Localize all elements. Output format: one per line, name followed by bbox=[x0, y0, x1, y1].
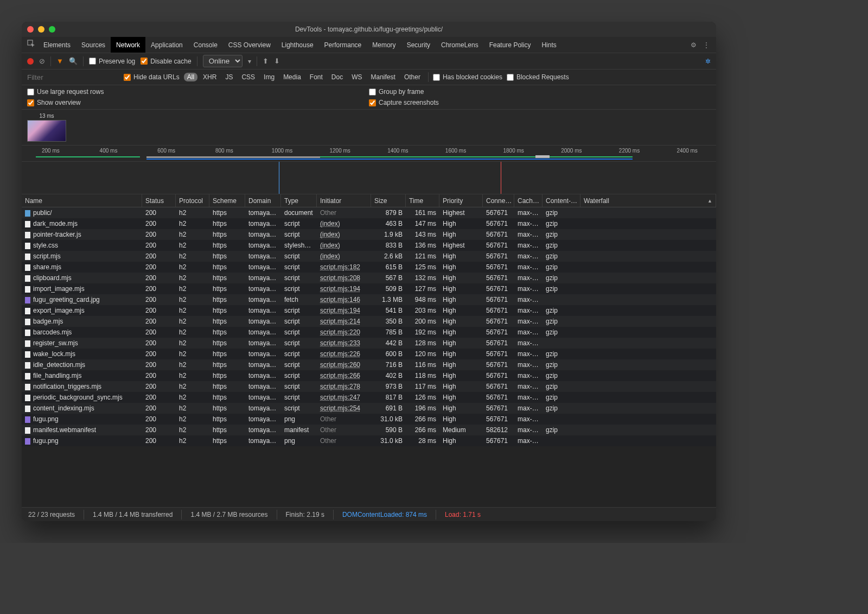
filter-type-xhr[interactable]: XHR bbox=[200, 73, 220, 81]
col-priority[interactable]: Priority bbox=[439, 194, 483, 207]
col-cache[interactable]: Cach… bbox=[514, 194, 542, 207]
disable-cache-checkbox[interactable]: Disable cache bbox=[141, 58, 191, 65]
settings-gear-icon[interactable]: ⚙ bbox=[687, 41, 700, 49]
download-har-icon[interactable]: ⬇ bbox=[274, 57, 280, 65]
tab-chromelens[interactable]: ChromeLens bbox=[436, 37, 484, 53]
file-type-icon bbox=[25, 427, 30, 434]
clear-button[interactable]: ⊘ bbox=[39, 57, 45, 65]
filter-type-all[interactable]: All bbox=[184, 73, 197, 81]
filter-type-js[interactable]: JS bbox=[222, 73, 236, 81]
table-row[interactable]: fugu_greeting_card.jpg200h2httpstomayac…… bbox=[22, 294, 716, 305]
filter-type-manifest[interactable]: Manifest bbox=[368, 73, 399, 81]
inspect-element-icon[interactable] bbox=[25, 40, 38, 50]
tab-css-overview[interactable]: CSS Overview bbox=[223, 37, 276, 53]
table-row[interactable]: public/200h2httpstomayac…documentOther87… bbox=[22, 207, 716, 218]
tab-lighthouse[interactable]: Lighthouse bbox=[276, 37, 319, 53]
filter-type-font[interactable]: Font bbox=[307, 73, 326, 81]
blocked-requests-checkbox[interactable]: Blocked Requests bbox=[507, 73, 569, 81]
status-bar: 22 / 23 requests 1.4 MB / 1.4 MB transfe… bbox=[22, 507, 716, 521]
file-type-icon bbox=[25, 243, 30, 249]
table-row[interactable]: clipboard.mjs200h2httpstomayac…scriptscr… bbox=[22, 273, 716, 283]
col-protocol[interactable]: Protocol bbox=[176, 194, 209, 207]
tab-network[interactable]: Network bbox=[111, 37, 145, 53]
col-waterfall[interactable]: Waterfall▲ bbox=[580, 194, 716, 207]
capture-screenshots-checkbox[interactable]: Capture screenshots bbox=[369, 99, 711, 106]
network-settings-gear-icon[interactable]: ✲ bbox=[705, 58, 711, 65]
col-status[interactable]: Status bbox=[142, 194, 176, 207]
tab-elements[interactable]: Elements bbox=[38, 37, 76, 53]
table-row[interactable]: fugu.png200h2httpstomayac…pngOther31.0 k… bbox=[22, 414, 716, 425]
filter-type-media[interactable]: Media bbox=[280, 73, 304, 81]
use-large-rows-checkbox[interactable]: Use large request rows bbox=[27, 88, 369, 96]
col-encoding[interactable]: Content-… bbox=[542, 194, 580, 207]
status-load: Load: 1.71 s bbox=[445, 511, 481, 518]
throttling-select[interactable]: Online bbox=[203, 55, 242, 67]
col-domain[interactable]: Domain bbox=[245, 194, 281, 207]
tab-feature-policy[interactable]: Feature Policy bbox=[484, 37, 537, 53]
table-row[interactable]: notification_triggers.mjs200h2httpstomay… bbox=[22, 381, 716, 392]
sort-indicator-icon: ▲ bbox=[707, 198, 712, 204]
status-requests: 22 / 23 requests bbox=[28, 511, 75, 518]
show-overview-checkbox[interactable]: Show overview bbox=[27, 99, 369, 106]
group-by-frame-checkbox[interactable]: Group by frame bbox=[369, 88, 711, 96]
col-type[interactable]: Type bbox=[281, 194, 317, 207]
file-type-icon bbox=[25, 351, 30, 358]
table-row[interactable]: import_image.mjs200h2httpstomayac…script… bbox=[22, 283, 716, 294]
hide-data-urls-checkbox[interactable]: Hide data URLs bbox=[124, 73, 180, 81]
timeline-tick: 1400 ms bbox=[387, 148, 408, 154]
tab-sources[interactable]: Sources bbox=[76, 37, 111, 53]
filter-bar: Hide data URLs AllXHRJSCSSImgMediaFontDo… bbox=[22, 69, 716, 85]
col-initiator[interactable]: Initiator bbox=[317, 194, 371, 207]
col-name[interactable]: Name bbox=[22, 194, 142, 207]
status-resources: 1.4 MB / 2.7 MB resources bbox=[190, 511, 267, 518]
tab-console[interactable]: Console bbox=[188, 37, 223, 53]
table-row[interactable]: barcodes.mjs200h2httpstomayac…scriptscri… bbox=[22, 327, 716, 338]
network-options: Use large request rows Show overview Gro… bbox=[22, 85, 716, 110]
table-row[interactable]: manifest.webmanifest200h2httpstomayac…ma… bbox=[22, 425, 716, 435]
table-row[interactable]: content_indexing.mjs200h2httpstomayac…sc… bbox=[22, 403, 716, 414]
tab-security[interactable]: Security bbox=[401, 37, 436, 53]
table-row[interactable]: share.mjs200h2httpstomayac…scriptscript.… bbox=[22, 262, 716, 273]
screenshot-thumbnail[interactable] bbox=[27, 120, 66, 142]
timeline-tick: 1200 ms bbox=[329, 148, 350, 154]
filter-type-css[interactable]: CSS bbox=[238, 73, 258, 81]
filter-type-img[interactable]: Img bbox=[260, 73, 278, 81]
filter-toggle-icon[interactable]: ▼ bbox=[56, 57, 63, 65]
filter-type-ws[interactable]: WS bbox=[348, 73, 365, 81]
filter-type-doc[interactable]: Doc bbox=[328, 73, 346, 81]
capture-screenshots-label: Capture screenshots bbox=[379, 99, 439, 106]
record-button[interactable] bbox=[27, 58, 34, 65]
table-row[interactable]: style.css200h2httpstomayac…stylesheet(in… bbox=[22, 240, 716, 251]
col-time[interactable]: Time bbox=[406, 194, 439, 207]
table-row[interactable]: script.mjs200h2httpstomayac…script(index… bbox=[22, 251, 716, 262]
tab-performance[interactable]: Performance bbox=[319, 37, 367, 53]
col-scheme[interactable]: Scheme bbox=[209, 194, 245, 207]
timeline-detail[interactable] bbox=[22, 162, 716, 194]
col-size[interactable]: Size bbox=[371, 194, 406, 207]
search-icon[interactable]: 🔍 bbox=[69, 57, 78, 65]
tab-hints[interactable]: Hints bbox=[536, 37, 561, 53]
col-connection[interactable]: Conne… bbox=[483, 194, 514, 207]
file-type-icon bbox=[25, 308, 30, 314]
table-row[interactable]: wake_lock.mjs200h2httpstomayac…scriptscr… bbox=[22, 349, 716, 359]
table-row[interactable]: idle_detection.mjs200h2httpstomayac…scri… bbox=[22, 359, 716, 370]
more-menu-icon[interactable]: ⋮ bbox=[700, 41, 713, 49]
has-blocked-cookies-checkbox[interactable]: Has blocked cookies bbox=[433, 73, 502, 81]
table-row[interactable]: file_handling.mjs200h2httpstomayac…scrip… bbox=[22, 370, 716, 381]
filter-input[interactable] bbox=[27, 73, 119, 81]
table-row[interactable]: register_sw.mjs200h2httpstomayac…scripts… bbox=[22, 338, 716, 349]
table-row[interactable]: export_image.mjs200h2httpstomayac…script… bbox=[22, 305, 716, 316]
table-row[interactable]: dark_mode.mjs200h2httpstomayac…script(in… bbox=[22, 218, 716, 229]
preserve-log-checkbox[interactable]: Preserve log bbox=[89, 58, 135, 65]
tab-memory[interactable]: Memory bbox=[367, 37, 401, 53]
upload-har-icon[interactable]: ⬆ bbox=[263, 57, 269, 65]
timeline-overview[interactable]: 200 ms400 ms600 ms800 ms1000 ms1200 ms14… bbox=[22, 145, 716, 162]
file-type-icon bbox=[25, 319, 30, 325]
table-row[interactable]: periodic_background_sync.mjs200h2httpsto… bbox=[22, 392, 716, 403]
blocked-requests-label: Blocked Requests bbox=[516, 73, 569, 81]
filter-type-other[interactable]: Other bbox=[401, 73, 424, 81]
tab-application[interactable]: Application bbox=[145, 37, 188, 53]
table-row[interactable]: badge.mjs200h2httpstomayac…scriptscript.… bbox=[22, 316, 716, 327]
table-row[interactable]: pointer-tracker.js200h2httpstomayac…scri… bbox=[22, 229, 716, 240]
table-row[interactable]: fugu.png200h2httpstomayac…pngOther31.0 k… bbox=[22, 435, 716, 446]
